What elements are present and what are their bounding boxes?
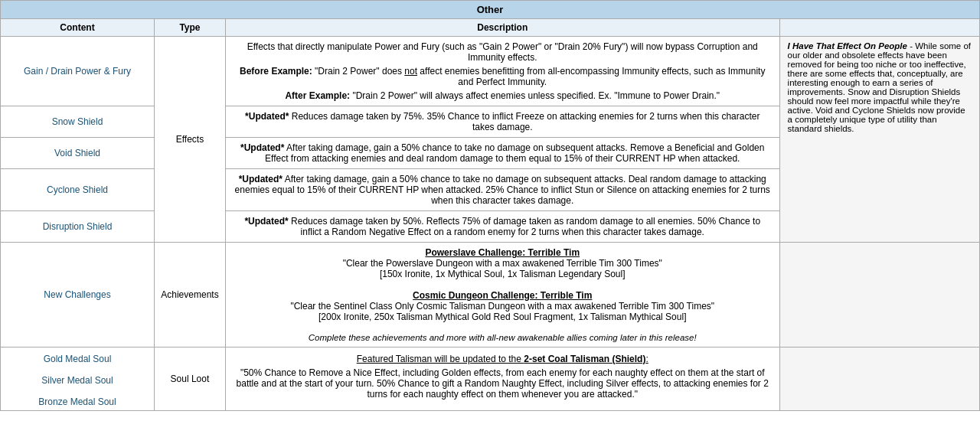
after-label: After Example:: [285, 90, 350, 101]
desc-text: Effects that directly manipulate Power a…: [234, 41, 772, 63]
desc-disruption-shield: *Updated* Reduces damage taken by 50%. R…: [225, 211, 779, 243]
challenge-desc-1: "Clear the Powerslave Dungeon with a max…: [234, 258, 772, 269]
gold-medal-soul: Gold Medal Soul: [7, 354, 148, 364]
section-header-row: Other: [1, 1, 980, 19]
desc-after: After Example: "Drain 2 Power" will alwa…: [234, 90, 772, 101]
content-gain-drain: Gain / Drain Power & Fury: [1, 37, 155, 106]
challenge-rewards-2: [200x Ironite, 250x Talisman Mythical Go…: [234, 312, 772, 322]
updated-label: *Updated*: [244, 216, 288, 227]
side-note-cell: I Have That Effect On People - While som…: [779, 37, 979, 243]
section-header: Other: [1, 1, 980, 19]
table-row: New Challenges Achievements Powerslave C…: [1, 243, 980, 347]
challenge-title-1: Powerslave Challenge: Terrible Tim: [234, 247, 772, 258]
content-cyclone-shield: Cyclone Shield: [1, 169, 155, 211]
content-soul-loot: Gold Medal Soul Silver Medal Soul Bronze…: [1, 347, 155, 411]
featured-underline: Featured Talisman will be updated to the…: [357, 354, 648, 364]
type-soul-loot: Soul Loot: [155, 347, 226, 411]
side-title: I Have That Effect On People: [788, 41, 907, 51]
desc-text: *Updated* Reduces damage taken by 75%. 3…: [234, 111, 772, 132]
bronze-medal-soul: Bronze Medal Soul: [7, 396, 148, 407]
before-label: Before Example:: [240, 66, 312, 77]
column-header-row: Content Type Description: [1, 19, 980, 37]
col-type: Type: [155, 19, 226, 37]
content-void-shield: Void Shield: [1, 138, 155, 169]
side-note-body: - While some of our older and obsolete e…: [788, 41, 971, 133]
coal-talisman-name: 2-set Coal Talisman (Shield): [524, 354, 645, 364]
table-row: Gold Medal Soul Silver Medal Soul Bronze…: [1, 347, 980, 411]
main-table: Other Content Type Description Gain / Dr…: [0, 0, 980, 411]
desc-cyclone-shield: *Updated* After taking damage, gain a 50…: [225, 169, 779, 211]
desc-text: *Updated* After taking damage, gain a 50…: [234, 142, 772, 164]
challenge-name-1: Powerslave Challenge: Terrible Tim: [425, 247, 580, 258]
updated-label: *Updated*: [239, 174, 283, 184]
empty-side-cell: [779, 243, 979, 347]
desc-soul-loot: Featured Talisman will be updated to the…: [225, 347, 779, 411]
challenge-rewards-1: [150x Ironite, 1x Mythical Soul, 1x Tali…: [234, 269, 772, 279]
desc-snow-shield: *Updated* Reduces damage taken by 75%. 3…: [225, 106, 779, 138]
col-side: [779, 19, 979, 37]
col-description: Description: [225, 19, 779, 37]
challenge-name-2: Cosmic Dungeon Challenge: Terrible Tim: [413, 290, 592, 301]
challenge-desc-2: "Clear the Sentinel Class Only Cosmic Ta…: [234, 301, 772, 312]
table-row: Gain / Drain Power & Fury Effects Effect…: [1, 37, 980, 106]
achievement-note: Complete these achievements and more wit…: [234, 333, 772, 342]
content-disruption-shield: Disruption Shield: [1, 211, 155, 243]
silver-medal-soul: Silver Medal Soul: [7, 375, 148, 386]
content-new-challenges: New Challenges: [1, 243, 155, 347]
type-effects: Effects: [155, 37, 226, 243]
side-note-text: I Have That Effect On People - While som…: [788, 41, 972, 133]
featured-talisman-header: Featured Talisman will be updated to the…: [234, 354, 772, 364]
desc-text: *Updated* Reduces damage taken by 50%. R…: [234, 216, 772, 237]
challenge-title-2: Cosmic Dungeon Challenge: Terrible Tim: [234, 290, 772, 301]
updated-label: *Updated*: [240, 142, 284, 153]
desc-text: *Updated* After taking damage, gain a 50…: [234, 174, 772, 206]
empty-side-cell-2: [779, 347, 979, 411]
updated-label: *Updated*: [245, 111, 289, 122]
desc-before: Before Example: "Drain 2 Power" does not…: [234, 66, 772, 87]
desc-new-challenges: Powerslave Challenge: Terrible Tim "Clea…: [225, 243, 779, 347]
content-snow-shield: Snow Shield: [1, 106, 155, 138]
not-text: not: [404, 66, 417, 77]
desc-void-shield: *Updated* After taking damage, gain a 50…: [225, 138, 779, 169]
achievement-italic: Complete these achievements and more wit…: [309, 333, 697, 342]
desc-gain-drain: Effects that directly manipulate Power a…: [225, 37, 779, 106]
col-content: Content: [1, 19, 155, 37]
featured-desc: "50% Chance to Remove a Nice Effect, inc…: [234, 367, 772, 400]
type-achievements: Achievements: [155, 243, 226, 347]
